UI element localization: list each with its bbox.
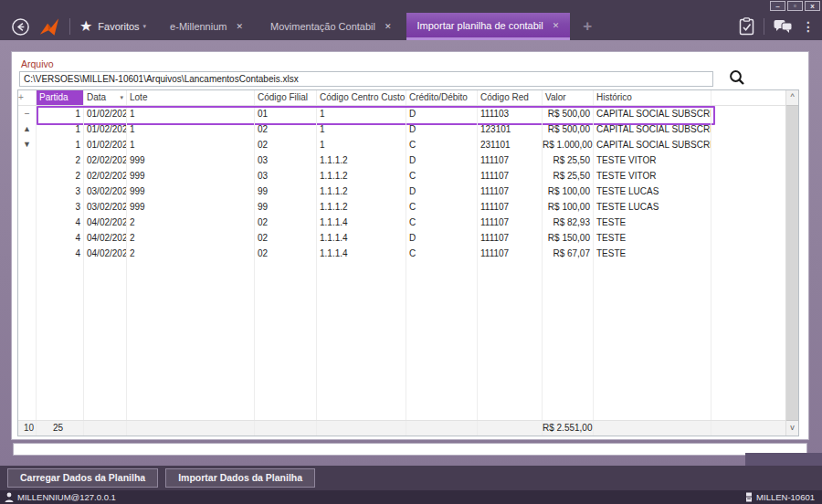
cell-lote: 1 bbox=[127, 121, 255, 137]
entries-grid: + Partida Data ▾ Lote Código Filial Códi… bbox=[17, 89, 799, 436]
row-marker bbox=[18, 168, 37, 184]
server-icon bbox=[745, 492, 753, 502]
cell-codigo-red: 231101 bbox=[478, 137, 543, 152]
cell-partida: 4 bbox=[37, 246, 84, 261]
cell-codigo-red: 111107 bbox=[478, 184, 543, 199]
scroll-down-icon[interactable]: v bbox=[786, 421, 798, 436]
message-panel bbox=[13, 443, 807, 456]
cell-credito-debito: D bbox=[406, 152, 478, 168]
window-controls: – ▫ x bbox=[770, 1, 820, 11]
row-marker bbox=[18, 246, 37, 261]
cell-codigo-centro-custo: 1.1.1.4 bbox=[317, 215, 406, 230]
cell-historico: CAPITAL SOCIAL SUBSCRITO DO S... bbox=[594, 137, 711, 152]
menu-kebab-icon[interactable]: ⋮ bbox=[802, 19, 815, 34]
cell-codigo-centro-custo: 1.1.1.2 bbox=[317, 184, 406, 199]
cell-partida: 2 bbox=[37, 168, 84, 184]
summary-valor-total: R$ 2.551,00 bbox=[543, 421, 594, 436]
back-icon[interactable] bbox=[11, 17, 30, 37]
table-row[interactable]: – 1 01/02/2022 1 01 1 D 111103 R$ 500,00… bbox=[18, 106, 785, 121]
column-header-codigo-centro-custo[interactable]: Código Centro Custo bbox=[317, 90, 406, 105]
content-frame: Arquivo + Partida Data ▾ Lote Código Fil… bbox=[0, 40, 822, 466]
new-tab-icon[interactable]: + bbox=[583, 17, 592, 36]
favorites-menu[interactable]: Favoritos bbox=[98, 21, 139, 32]
column-header-valor[interactable]: Valor bbox=[543, 90, 594, 105]
cell-codigo-filial: 03 bbox=[255, 168, 317, 184]
tab-movimentacao-contabil[interactable]: Movimentação Contabil ✕ bbox=[261, 13, 401, 40]
cell-credito-debito: D bbox=[406, 230, 478, 246]
minimize-button[interactable]: – bbox=[770, 1, 785, 11]
grid-header-row: + Partida Data ▾ Lote Código Filial Códi… bbox=[18, 90, 785, 106]
cell-lote: 999 bbox=[127, 152, 255, 168]
table-row[interactable]: 2 02/02/2022 999 03 1.1.1.2 D 111107 R$ … bbox=[18, 152, 785, 168]
column-header-lote[interactable]: Lote bbox=[127, 90, 255, 105]
summary-row-count: 10 bbox=[18, 421, 37, 436]
table-row[interactable]: 2 02/02/2022 999 03 1.1.1.2 C 111107 R$ … bbox=[18, 168, 785, 184]
cell-partida: 4 bbox=[37, 230, 84, 246]
tab-importar-planilha[interactable]: Importar planilha de contabil ✕ bbox=[406, 13, 571, 40]
chat-icon[interactable] bbox=[774, 19, 793, 34]
cell-valor: R$ 100,00 bbox=[543, 199, 594, 215]
grid-empty-area bbox=[18, 261, 785, 420]
tab-close-icon[interactable]: ✕ bbox=[385, 22, 392, 31]
import-form-panel: Arquivo + Partida Data ▾ Lote Código Fil… bbox=[11, 51, 809, 440]
cell-historico: TESTE LUCAS bbox=[594, 199, 711, 215]
tab-close-icon[interactable]: ✕ bbox=[236, 22, 243, 31]
cell-codigo-filial: 02 bbox=[255, 215, 317, 230]
cell-credito-debito: D bbox=[406, 121, 478, 137]
table-row[interactable]: 4 04/02/2022 2 02 1.1.1.4 D 111107 R$ 15… bbox=[18, 230, 785, 246]
cell-historico: TESTE VITOR bbox=[594, 168, 711, 184]
cell-codigo-centro-custo: 1 bbox=[317, 137, 406, 152]
cell-data: 03/02/2022 bbox=[84, 199, 127, 215]
star-icon[interactable]: ★ bbox=[79, 19, 92, 34]
scroll-up-icon[interactable]: ^ bbox=[786, 90, 798, 105]
cell-historico: TESTE bbox=[594, 230, 711, 246]
column-header-codigo-filial[interactable]: Código Filial bbox=[255, 90, 317, 105]
column-header-codigo-red[interactable]: Código Red bbox=[478, 90, 543, 105]
summary-partida: 25 bbox=[37, 421, 84, 436]
table-row[interactable]: 3 03/02/2022 999 99 1.1.1.2 D 111107 R$ … bbox=[18, 184, 785, 199]
cell-historico: TESTE VITOR bbox=[594, 152, 711, 168]
cell-codigo-filial: 01 bbox=[255, 106, 317, 121]
maximize-button[interactable]: ▫ bbox=[787, 1, 803, 11]
table-row[interactable]: 4 04/02/2022 2 02 1.1.1.4 C 111107 R$ 67… bbox=[18, 246, 785, 261]
scrollbar-thumb[interactable] bbox=[786, 105, 798, 421]
cell-data: 02/02/2022 bbox=[84, 168, 127, 184]
file-field-label: Arquivo bbox=[21, 58, 54, 69]
column-header-data[interactable]: Data ▾ bbox=[84, 90, 127, 105]
cell-credito-debito: C bbox=[406, 215, 478, 230]
filter-caret-icon[interactable]: ▾ bbox=[120, 90, 123, 105]
table-row[interactable]: ▲ 1 01/02/2022 1 02 1 D 123101 R$ 500,00… bbox=[18, 121, 785, 137]
tab-e-millennium[interactable]: e-Millennium ✕ bbox=[161, 13, 252, 40]
file-path-input[interactable] bbox=[19, 71, 713, 87]
cell-historico: TESTE bbox=[594, 246, 711, 261]
load-spreadsheet-button[interactable]: Carregar Dados da Planilha bbox=[7, 468, 158, 488]
chevron-down-icon: ▾ bbox=[143, 23, 147, 30]
table-row[interactable]: 3 03/02/2022 999 99 1.1.1.2 C 111107 R$ … bbox=[18, 199, 785, 215]
cell-credito-debito: C bbox=[406, 199, 478, 215]
cell-lote: 2 bbox=[127, 230, 255, 246]
cell-data: 01/02/2022 bbox=[84, 106, 127, 121]
tab-close-icon[interactable]: ✕ bbox=[553, 21, 560, 30]
cell-valor: R$ 500,00 bbox=[543, 106, 594, 121]
column-header-credito-debito[interactable]: Crédito/Débito bbox=[406, 90, 478, 105]
add-row-icon[interactable]: + bbox=[18, 90, 37, 105]
close-button[interactable]: x bbox=[805, 1, 820, 11]
column-header-partida[interactable]: Partida bbox=[37, 90, 84, 105]
column-header-historico[interactable]: Histórico bbox=[594, 90, 711, 105]
import-spreadsheet-button[interactable]: Importar Dados da Planilha bbox=[165, 468, 315, 488]
row-marker bbox=[18, 230, 37, 246]
cell-codigo-red: 111107 bbox=[478, 168, 543, 184]
row-marker bbox=[18, 199, 37, 215]
row-marker: ▲ bbox=[18, 121, 37, 137]
cell-lote: 2 bbox=[127, 246, 255, 261]
row-marker: – bbox=[18, 106, 37, 121]
vertical-scrollbar[interactable]: ^ v bbox=[785, 90, 798, 436]
search-icon[interactable] bbox=[728, 68, 746, 87]
table-row[interactable]: ▼ 1 01/02/2022 1 02 1 C 231101 R$ 1.000,… bbox=[18, 137, 785, 152]
tab-label: Importar planilha de contabil bbox=[417, 20, 543, 31]
millennium-logo-icon[interactable] bbox=[38, 17, 60, 37]
clipboard-icon[interactable] bbox=[739, 17, 754, 36]
cell-partida: 1 bbox=[37, 137, 84, 152]
table-row[interactable]: 4 04/02/2022 2 02 1.1.1.4 C 111107 R$ 82… bbox=[18, 215, 785, 230]
row-marker: ▼ bbox=[18, 137, 37, 152]
